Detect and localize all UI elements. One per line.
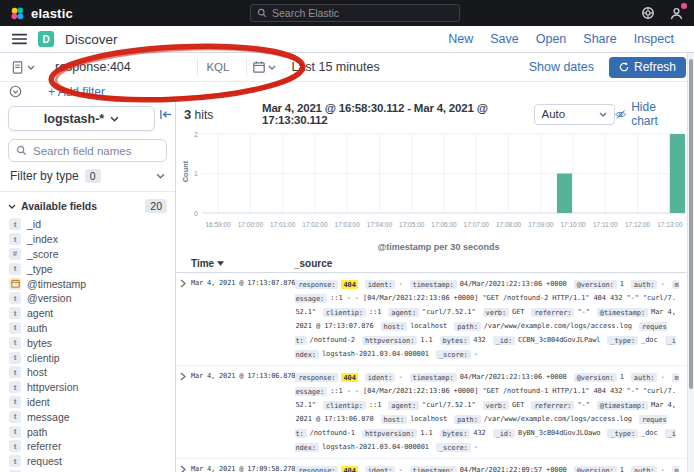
expand-row-button[interactable] [176, 463, 191, 472]
time-column-header[interactable]: Time [191, 258, 291, 269]
field-name: httpversion [27, 381, 78, 393]
scrollbar-thumb[interactable] [689, 59, 693, 389]
refresh-button[interactable]: Refresh [609, 57, 686, 78]
field-value: - [474, 443, 478, 451]
available-fields-label: Available fields [21, 200, 97, 212]
time-range-value[interactable]: Last 15 minutes [291, 60, 379, 74]
histogram-svg: 01216:59:0017:00:0017:01:0017:02:0017:03… [186, 129, 694, 239]
vertical-scrollbar[interactable] [687, 53, 694, 472]
kql-syntax-button[interactable]: KQL [197, 58, 237, 76]
discover-app-badge: D [38, 31, 54, 47]
source-column-header: _source [294, 258, 332, 269]
field-value: 04/Mar/2021:22:09:57 +0000 [460, 466, 567, 472]
expand-row-button[interactable] [176, 370, 191, 454]
index-pattern-selector[interactable]: logstash-* [8, 106, 155, 131]
svg-text:17:09:00: 17:09:00 [528, 221, 554, 228]
interval-select[interactable]: Auto [534, 104, 615, 125]
hide-chart-button[interactable]: Hide chart [615, 100, 679, 128]
date-field-icon [9, 278, 21, 290]
inspect-button[interactable]: Inspect [634, 32, 674, 46]
field-value: ::1 [369, 401, 381, 409]
svg-text:17:02:00: 17:02:00 [302, 221, 328, 228]
svg-text:17:01:00: 17:01:00 [270, 221, 296, 228]
field-value: - [660, 373, 664, 381]
string-field-icon: t [9, 352, 21, 364]
string-field-icon: t [9, 218, 21, 230]
saved-query-menu-button[interactable] [8, 61, 39, 74]
save-button[interactable]: Save [490, 32, 519, 46]
field-key-badge: auth: [631, 280, 658, 289]
show-dates-button[interactable]: Show dates [529, 60, 594, 74]
source-column-label: _source [294, 258, 332, 269]
field-item-response[interactable]: tresponse [9, 469, 175, 472]
field-key-badge: _score: [436, 350, 471, 359]
field-key-badge: auth: [631, 466, 658, 472]
field-item-ident[interactable]: tident [9, 395, 175, 410]
field-item-agent[interactable]: tagent [9, 306, 175, 321]
field-value: "curl/7.52.1" [422, 401, 476, 409]
histogram-chart[interactable]: Count 01216:59:0017:00:0017:01:0017:02:0… [176, 129, 687, 239]
histogram-bar[interactable] [557, 174, 572, 214]
chevron-down-icon [8, 204, 16, 209]
document-source: response:404ident:-timestamp:04/Mar/2021… [295, 370, 687, 454]
field-item-id[interactable]: t_id [9, 217, 175, 232]
field-item-index[interactable]: t_index [9, 232, 175, 247]
field-value: GET [512, 308, 524, 316]
help-icon[interactable] [641, 6, 655, 20]
field-value: _doc [641, 429, 657, 437]
field-item-type[interactable]: t_type [9, 261, 175, 276]
global-search-input[interactable]: Search Elastic [250, 4, 460, 22]
add-filter-button[interactable]: + Add filter [48, 85, 105, 99]
field-item-httpversion[interactable]: thttpversion [9, 380, 175, 395]
field-item-timestamp[interactable]: @timestamp [9, 276, 175, 291]
field-item-request[interactable]: trequest [9, 454, 175, 469]
field-name: _index [27, 233, 58, 245]
chevron-down-icon [268, 65, 276, 70]
index-pattern-label: logstash-* [44, 112, 104, 126]
collapse-sidebar-button[interactable] [159, 109, 172, 120]
field-key-badge: clientip: [323, 308, 366, 317]
svg-text:17:12:00: 17:12:00 [625, 221, 651, 228]
date-quick-select-button[interactable] [246, 59, 282, 75]
chevron-down-icon [110, 116, 119, 122]
available-fields-header[interactable]: Available fields 20 [0, 192, 175, 217]
field-key-badge: timestamp: [410, 466, 457, 472]
string-field-icon: t [9, 322, 21, 334]
histogram-bar[interactable] [670, 134, 685, 213]
field-item-clientip[interactable]: tclientip [9, 350, 175, 365]
svg-text:17:04:00: 17:04:00 [367, 221, 393, 228]
filter-options-button[interactable] [9, 85, 22, 98]
document-time: Mar 4, 2021 @ 17:13:06.870 [191, 370, 295, 454]
filter-by-type[interactable]: Filter by type 0 [0, 169, 175, 192]
field-name: @version [27, 292, 72, 304]
field-name: path [27, 426, 47, 438]
expand-row-button[interactable] [176, 277, 191, 361]
field-item-path[interactable]: tpath [9, 424, 175, 439]
field-item-bytes[interactable]: tbytes [9, 335, 175, 350]
menu-icon[interactable] [12, 33, 27, 45]
number-field-icon: # [9, 248, 21, 260]
field-name: host [27, 366, 47, 378]
field-key-badge: bytes: [440, 429, 471, 438]
query-input[interactable]: response:404 [55, 60, 131, 74]
string-field-icon: t [9, 426, 21, 438]
field-item-message[interactable]: tmessage [9, 409, 175, 424]
open-button[interactable]: Open [536, 32, 567, 46]
field-item-host[interactable]: thost [9, 365, 175, 380]
elastic-logo[interactable]: elastic [10, 6, 73, 21]
field-item-version[interactable]: t@version [9, 291, 175, 306]
user-avatar[interactable] [669, 6, 684, 21]
field-search-input[interactable]: Search field names [8, 139, 167, 162]
field-key-badge: @version: [574, 373, 617, 382]
string-field-icon: t [9, 455, 21, 467]
field-key-badge: response: [295, 466, 338, 472]
calendar-icon [253, 61, 265, 73]
field-item-referrer[interactable]: treferrer [9, 439, 175, 454]
svg-text:17:10:00: 17:10:00 [560, 221, 586, 228]
field-item-auth[interactable]: tauth [9, 321, 175, 336]
new-button[interactable]: New [448, 32, 473, 46]
field-name: auth [27, 322, 47, 334]
top-nav-menu: New Save Open Share Inspect [448, 32, 682, 46]
share-button[interactable]: Share [583, 32, 616, 46]
field-item-score[interactable]: #_score [9, 247, 175, 262]
